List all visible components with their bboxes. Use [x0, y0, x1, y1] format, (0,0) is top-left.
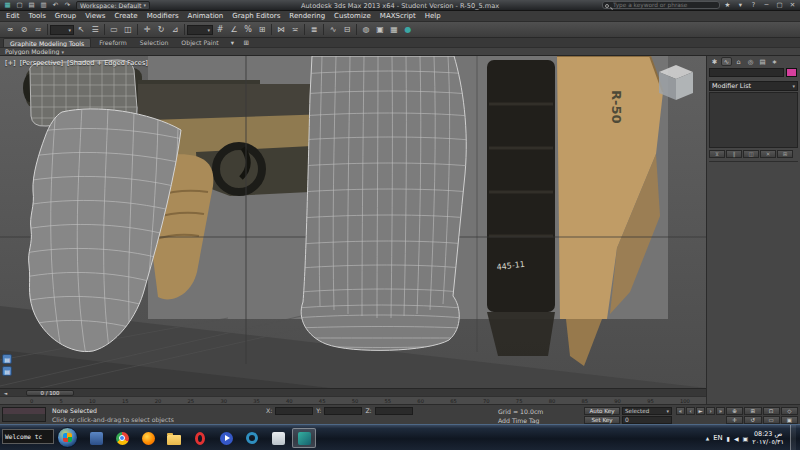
maxscript-mini-listener[interactable] — [2, 407, 46, 422]
panel-expand-icon[interactable]: ▾ — [61, 49, 64, 55]
bind-to-spacewarp-icon[interactable]: ≈ — [31, 24, 45, 36]
go-to-start-icon[interactable]: « — [676, 407, 685, 415]
workspace-selector[interactable]: Workspace: Default ▾ — [76, 1, 150, 10]
spinner-snap-icon[interactable]: ⊞ — [255, 24, 269, 36]
field-of-view-icon[interactable]: ◇ — [781, 407, 798, 415]
zoom-icon[interactable]: ⊕ — [726, 407, 743, 415]
network-icon[interactable]: ▮ — [727, 435, 730, 442]
viewport-layout-tab-icon[interactable]: ▤ — [2, 354, 12, 364]
save-file-icon[interactable]: ▥ — [38, 1, 49, 10]
window-crossing-icon[interactable]: ◫ — [121, 24, 135, 36]
tray-expand-icon[interactable]: ▲ — [706, 436, 709, 441]
select-and-scale-icon[interactable]: ⊿ — [168, 24, 182, 36]
viewport-canvas[interactable]: 445-11 R-50 — [0, 56, 706, 388]
polygon-modeling-panel[interactable]: Polygon Modeling — [5, 48, 59, 55]
display-tab-icon[interactable]: ▤ — [757, 57, 768, 66]
set-key-button[interactable]: Set Key — [584, 416, 620, 424]
unlink-selection-icon[interactable]: ⊘ — [17, 24, 31, 36]
media-player-icon[interactable] — [214, 428, 238, 448]
search-input[interactable] — [613, 2, 717, 9]
dell-icon[interactable] — [240, 428, 264, 448]
language-indicator[interactable]: EN — [713, 434, 722, 442]
paint-icon[interactable] — [266, 428, 290, 448]
3dsmax-icon[interactable] — [292, 428, 316, 448]
start-button[interactable] — [57, 427, 78, 448]
pin-stack-icon[interactable]: ⊻ — [709, 150, 725, 158]
y-coordinate-field[interactable] — [324, 407, 362, 415]
make-unique-icon[interactable]: ◫ — [743, 150, 759, 158]
menu-item-help[interactable]: Help — [425, 12, 441, 20]
modifier-list-dropdown[interactable]: Modifier List ▾ — [709, 81, 798, 91]
folder-icon[interactable] — [162, 428, 186, 448]
tab-freeform[interactable]: Freeform — [94, 38, 132, 47]
percent-snap-icon[interactable]: % — [241, 24, 255, 36]
zoom-region-icon[interactable]: ▭ — [763, 416, 780, 424]
menu-item-views[interactable]: Views — [85, 12, 105, 20]
select-and-move-icon[interactable]: ✛ — [140, 24, 154, 36]
reference-coordinate-dropdown[interactable]: ▾ — [187, 25, 213, 35]
zoom-all-icon[interactable]: ⊞ — [744, 407, 761, 415]
motion-tab-icon[interactable]: ◎ — [745, 57, 756, 66]
viewport-pov-menu[interactable]: [Perspective] — [20, 59, 63, 67]
help-icon[interactable]: ? — [748, 1, 759, 10]
select-by-name-icon[interactable]: ☰ — [88, 24, 102, 36]
x-coordinate-field[interactable] — [275, 407, 313, 415]
snap-toggle-icon[interactable]: # — [213, 24, 227, 36]
menu-item-edit[interactable]: Edit — [6, 12, 20, 20]
viewport[interactable]: 445-11 R-50 — [0, 56, 706, 388]
hierarchy-tab-icon[interactable]: ⌂ — [733, 57, 744, 66]
viewcube[interactable] — [659, 65, 693, 100]
go-to-end-icon[interactable]: » — [716, 407, 725, 415]
selection-filter-dropdown[interactable]: ▾ — [50, 25, 74, 35]
infocenter-dropdown-icon[interactable]: ▾ — [735, 1, 746, 10]
angle-snap-icon[interactable]: ∠ — [227, 24, 241, 36]
material-editor-icon[interactable]: ◍ — [359, 24, 373, 36]
tab-selection[interactable]: Selection — [135, 38, 174, 47]
menu-item-group[interactable]: Group — [55, 12, 76, 20]
clock[interactable]: 08:23 ص ٢٠١٧/٠٥/٣١ — [752, 430, 784, 447]
ribbon-dropdown-icon[interactable]: ▾ — [227, 38, 238, 47]
pan-view-icon[interactable]: ✛ — [726, 416, 743, 424]
add-time-tag[interactable]: Add Time Tag — [498, 417, 540, 424]
render-production-icon[interactable]: ● — [401, 24, 415, 36]
menu-item-maxscript[interactable]: MAXScript — [380, 12, 416, 20]
zoom-extents-icon[interactable]: ⊡ — [763, 407, 780, 415]
volume-icon[interactable]: ◀ — [734, 435, 739, 442]
modify-tab-icon[interactable]: ∿ — [721, 57, 732, 66]
show-desktop-button[interactable] — [790, 425, 796, 450]
object-name-field[interactable] — [709, 68, 784, 77]
menu-item-create[interactable]: Create — [114, 12, 137, 20]
show-end-result-icon[interactable]: ∥ — [726, 150, 742, 158]
track-bar[interactable]: 0 5 10 15 20 25 30 35 40 45 50 55 60 65 … — [0, 396, 706, 404]
auto-key-button[interactable]: Auto Key — [584, 407, 620, 415]
tab-object-paint[interactable]: Object Paint — [176, 38, 223, 47]
menu-item-rendering[interactable]: Rendering — [289, 12, 325, 20]
current-frame-field[interactable]: 0 — [622, 416, 672, 424]
create-tab-icon[interactable]: ✱ — [709, 57, 720, 66]
open-file-icon[interactable]: ▤ — [26, 1, 37, 10]
align-icon[interactable]: ≍ — [288, 24, 302, 36]
maximize-viewport-icon[interactable]: ▣ — [781, 416, 798, 424]
menu-item-tools[interactable]: Tools — [29, 12, 46, 20]
layer-manager-icon[interactable]: ≣ — [307, 24, 321, 36]
configure-modifier-sets-icon[interactable]: ⊞ — [777, 150, 793, 158]
firefox-icon[interactable] — [136, 428, 160, 448]
select-object-icon[interactable]: ↖ — [74, 24, 88, 36]
action-center-icon[interactable]: ▣ — [743, 435, 749, 442]
key-mode-dropdown[interactable]: Selected▾ — [622, 407, 672, 415]
select-and-rotate-icon[interactable]: ↻ — [154, 24, 168, 36]
menu-item-customize[interactable]: Customize — [334, 12, 371, 20]
mesh-magazine[interactable] — [294, 56, 470, 350]
close-icon[interactable]: ✕ — [787, 1, 798, 10]
object-color-swatch[interactable] — [786, 68, 797, 77]
menu-item-modifiers[interactable]: Modifiers — [147, 12, 179, 20]
mirror-icon[interactable]: ⋈ — [274, 24, 288, 36]
tab-graphite-modeling-tools[interactable]: Graphite Modeling Tools — [3, 38, 91, 47]
next-frame-icon[interactable]: › — [706, 407, 715, 415]
utilities-tab-icon[interactable]: ∗ — [769, 57, 780, 66]
new-file-icon[interactable]: ▢ — [14, 1, 25, 10]
orbit-icon[interactable]: ↺ — [744, 416, 761, 424]
redo-icon[interactable]: ↷ — [62, 1, 73, 10]
viewport-general-menu[interactable]: [+] — [5, 59, 16, 67]
previous-frame-icon[interactable]: ‹ — [686, 407, 695, 415]
